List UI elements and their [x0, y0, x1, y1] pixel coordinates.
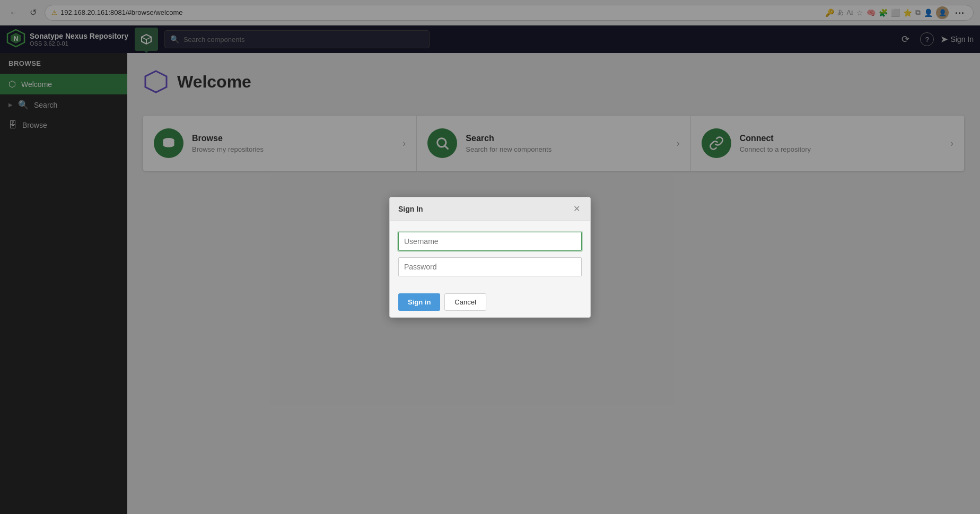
- modal-cancel-button[interactable]: Cancel: [444, 293, 486, 311]
- modal-close-button[interactable]: ✕: [571, 204, 582, 214]
- modal-header: Sign In ✕: [390, 197, 590, 221]
- modal-signin-button[interactable]: Sign in: [398, 293, 440, 311]
- signin-modal: Sign In ✕ Sign in Cancel: [389, 197, 591, 318]
- modal-title: Sign In: [398, 205, 423, 213]
- modal-body: [390, 221, 590, 287]
- modal-overlay[interactable]: Sign In ✕ Sign in Cancel: [0, 0, 980, 514]
- username-input[interactable]: [398, 232, 582, 251]
- password-input[interactable]: [398, 257, 582, 276]
- modal-footer: Sign in Cancel: [390, 287, 590, 317]
